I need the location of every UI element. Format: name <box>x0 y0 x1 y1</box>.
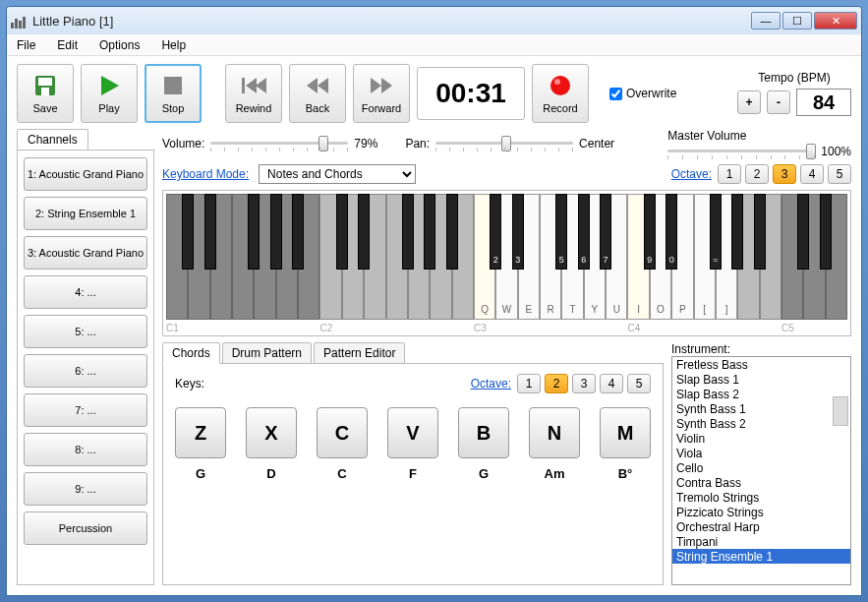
black-key-12[interactable] <box>446 194 458 270</box>
channel-button-4[interactable]: 4: ... <box>24 275 147 309</box>
menu-options[interactable]: Options <box>99 38 140 52</box>
subtab-drum-pattern[interactable]: Drum Pattern <box>222 342 312 364</box>
black-key-8[interactable] <box>358 194 370 270</box>
black-key-5[interactable] <box>292 194 304 270</box>
instrument-item[interactable]: Timpani <box>672 534 850 549</box>
black-key-19[interactable]: 7 <box>600 194 611 270</box>
instrument-item[interactable]: Viola <box>672 446 850 460</box>
keyboard-octave-2[interactable]: 2 <box>745 164 769 184</box>
instrument-item[interactable]: Slap Bass 1 <box>672 372 850 387</box>
channel-button-6[interactable]: 6: ... <box>24 354 147 388</box>
chord-key-Z[interactable]: Z <box>175 407 226 458</box>
master-volume-value: 100% <box>821 145 851 158</box>
keyboard-octave-label[interactable]: Octave: <box>671 167 712 181</box>
volume-slider[interactable] <box>210 138 348 150</box>
tempo-value[interactable]: 84 <box>796 89 851 116</box>
chords-octave-5[interactable]: 5 <box>627 374 651 393</box>
instrument-item[interactable]: Pizzicato Strings <box>672 505 850 519</box>
save-button[interactable]: Save <box>17 64 74 123</box>
scrollbar-thumb[interactable] <box>833 396 848 426</box>
overwrite-input[interactable] <box>609 88 622 100</box>
channel-button-2[interactable]: 2: String Ensemble 1 <box>24 197 147 230</box>
chords-octave-3[interactable]: 3 <box>572 374 596 393</box>
black-key-18[interactable]: 6 <box>578 194 590 270</box>
instrument-item[interactable]: Slap Bass 2 <box>672 387 850 401</box>
black-key-22[interactable]: 0 <box>665 194 677 270</box>
channels-tab[interactable]: Channels <box>17 129 88 150</box>
chords-octave-1[interactable]: 1 <box>517 374 541 393</box>
keyboard-mode-select[interactable]: Notes and Chords <box>259 164 416 184</box>
black-key-14[interactable]: 2 <box>490 194 501 270</box>
menu-help[interactable]: Help <box>161 38 186 52</box>
instrument-item[interactable]: String Ensemble 1 <box>672 549 850 564</box>
chord-key-B[interactable]: B <box>458 407 509 458</box>
instrument-item[interactable]: Fretless Bass <box>672 357 850 372</box>
instrument-item[interactable]: Orchestral Harp <box>672 519 850 534</box>
chord-key-C[interactable]: C <box>317 407 368 458</box>
chords-octave-4[interactable]: 4 <box>600 374 623 393</box>
instrument-item[interactable]: Synth Bass 1 <box>672 401 850 416</box>
black-key-10[interactable] <box>402 194 414 270</box>
instrument-item[interactable]: Violin <box>672 431 850 446</box>
chords-octave-label[interactable]: Octave: <box>471 377 511 391</box>
menu-edit[interactable]: Edit <box>57 38 78 52</box>
black-key-29[interactable] <box>820 194 832 270</box>
chord-key-X[interactable]: X <box>246 407 297 458</box>
overwrite-checkbox[interactable]: Overwrite <box>609 87 676 100</box>
black-key-3[interactable] <box>248 194 260 270</box>
instrument-list[interactable]: Fretless BassSlap Bass 1Slap Bass 2Synth… <box>671 356 851 585</box>
octave-marker-C3: C3 <box>474 323 487 333</box>
chord-key-M[interactable]: M <box>600 407 651 458</box>
chord-key-N[interactable]: N <box>529 407 580 458</box>
volume-label: Volume: <box>162 137 204 150</box>
black-key-1[interactable] <box>204 194 216 270</box>
channel-button-3[interactable]: 3: Acoustic Grand Piano <box>24 236 147 270</box>
channel-button-8[interactable]: 8: ... <box>24 433 147 466</box>
play-button[interactable]: Play <box>81 64 138 123</box>
keyboard-octave-3[interactable]: 3 <box>773 164 796 184</box>
black-key-7[interactable] <box>336 194 348 270</box>
chords-keys-label: Keys: <box>175 377 204 391</box>
minimize-button[interactable]: — <box>751 12 781 30</box>
black-key-11[interactable] <box>424 194 435 270</box>
instrument-item[interactable]: Tremolo Strings <box>672 490 850 505</box>
keyboard-octave-1[interactable]: 1 <box>718 164 741 184</box>
keyboard-octave-4[interactable]: 4 <box>800 164 824 184</box>
black-key-25[interactable] <box>731 194 743 270</box>
close-button[interactable]: ✕ <box>814 12 857 30</box>
subtab-pattern-editor[interactable]: Pattern Editor <box>314 342 405 364</box>
channel-button-7[interactable]: 7: ... <box>24 393 147 427</box>
black-key-15[interactable]: 3 <box>512 194 524 270</box>
channel-button-5[interactable]: 5: ... <box>24 315 147 348</box>
black-key-0[interactable] <box>182 194 194 270</box>
black-key-24[interactable]: = <box>710 194 722 270</box>
instrument-item[interactable]: Synth Bass 2 <box>672 416 850 431</box>
keyboard-mode-label[interactable]: Keyboard Mode: <box>162 167 249 181</box>
black-key-28[interactable] <box>797 194 809 270</box>
tempo-plus-button[interactable]: + <box>737 90 761 114</box>
channel-button-9[interactable]: 9: ... <box>24 472 147 506</box>
subtab-chords[interactable]: Chords <box>162 342 220 364</box>
channel-button-10[interactable]: Percussion <box>24 512 147 545</box>
black-key-21[interactable]: 9 <box>644 194 656 270</box>
black-key-26[interactable] <box>754 194 766 270</box>
tempo-minus-button[interactable]: - <box>767 90 790 114</box>
master-volume-slider[interactable] <box>667 146 815 157</box>
back-button[interactable]: Back <box>289 64 346 123</box>
forward-button[interactable]: Forward <box>353 64 410 123</box>
chord-key-V[interactable]: V <box>387 407 438 458</box>
channel-button-1[interactable]: 1: Acoustic Grand Piano <box>24 157 147 191</box>
black-key-4[interactable] <box>270 194 282 270</box>
rewind-button[interactable]: Rewind <box>225 64 282 123</box>
stop-button[interactable]: Stop <box>145 64 202 123</box>
titlebar[interactable]: Little Piano [1] — ☐ ✕ <box>7 7 861 34</box>
maximize-button[interactable]: ☐ <box>782 12 812 30</box>
menu-file[interactable]: File <box>17 38 35 52</box>
pan-slider[interactable] <box>435 138 573 150</box>
instrument-item[interactable]: Contra Bass <box>672 475 850 490</box>
instrument-item[interactable]: Cello <box>672 460 850 475</box>
record-button[interactable]: Record <box>532 64 589 123</box>
keyboard-octave-5[interactable]: 5 <box>828 164 851 184</box>
black-key-17[interactable]: 5 <box>555 194 567 270</box>
chords-octave-2[interactable]: 2 <box>545 374 568 393</box>
